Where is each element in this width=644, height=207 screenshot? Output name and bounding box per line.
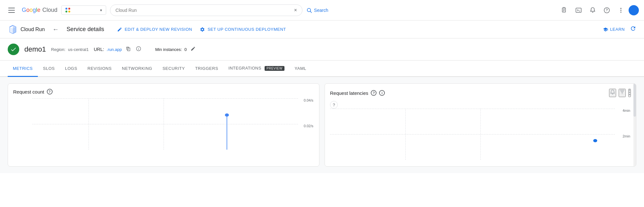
tab-integrations[interactable]: INTEGRATIONS PREVIEW (223, 61, 289, 77)
search-icon (306, 7, 312, 13)
project-selector[interactable]: ▾ (61, 5, 106, 15)
tab-slos[interactable]: SLOS (38, 61, 60, 77)
preview-badge: PREVIEW (265, 66, 284, 71)
chart-more-button[interactable] (628, 89, 631, 97)
tab-logs[interactable]: LOGS (60, 61, 82, 77)
edit-deploy-button[interactable]: EDIT & DEPLOY NEW REVISION (117, 27, 192, 32)
cloud-run-icon (8, 24, 18, 35)
continuous-deploy-button[interactable]: SET UP CONTINUOUS DEPLOYMENT (200, 27, 286, 32)
tab-yaml[interactable]: YAML (290, 61, 311, 77)
search-input[interactable] (115, 8, 292, 13)
main-content: Request count ? 0.04/s 0.02/s Request la (0, 77, 644, 173)
info-circle-icon (136, 46, 141, 51)
project-dots-icon (65, 8, 70, 12)
tab-security[interactable]: SECURITY (157, 61, 190, 77)
top-nav: Google Cloud ▾ × Search (0, 0, 644, 21)
chart-actions-latencies (609, 89, 631, 97)
latencies-help-circle[interactable]: ? (330, 101, 338, 109)
more-vert-chart-icon (629, 89, 630, 95)
service-header: demo1 Region: us-central1 URL: .run.app … (0, 38, 644, 61)
tabs-bar: METRICS SLOS LOGS REVISIONS NETWORKING S… (0, 61, 644, 77)
svg-point-22 (138, 48, 139, 48)
chart-filter-button[interactable] (619, 89, 626, 97)
settings-icon (200, 27, 205, 32)
svg-marker-15 (10, 27, 13, 34)
more-vert-icon (618, 7, 624, 13)
refresh-icon (630, 25, 636, 32)
min-instances: Min instances: 0 (155, 45, 197, 54)
copy-icon (126, 46, 131, 51)
tab-metrics[interactable]: METRICS (8, 61, 38, 77)
scrollbar-track[interactable] (633, 84, 636, 166)
cloud-run-label: Cloud Run (21, 27, 45, 32)
secondary-nav: Cloud Run ← Service details EDIT & DEPLO… (0, 21, 644, 38)
learn-icon (603, 27, 608, 32)
chart-help-icon-request-count[interactable]: ? (47, 89, 53, 95)
chart-info-icon-latencies[interactable]: i (379, 90, 385, 96)
copy-url-button[interactable] (124, 45, 132, 54)
help-icon: ? (604, 7, 610, 13)
pencil-icon (191, 46, 196, 51)
svg-rect-19 (127, 47, 129, 50)
scrollbar-thumb (633, 84, 636, 117)
search-button[interactable]: Search (306, 7, 328, 13)
svg-text:?: ? (606, 8, 608, 12)
svg-point-24 (225, 113, 229, 117)
learn-button[interactable]: LEARN (603, 27, 625, 32)
alert-bell-icon (610, 89, 615, 95)
hamburger-menu[interactable] (5, 4, 18, 17)
chart-title-request-count: Request count (13, 89, 44, 95)
action-buttons: EDIT & DEPLOY NEW REVISION SET UP CONTIN… (117, 27, 286, 32)
url-info-button[interactable] (135, 45, 142, 54)
page-title: Service details (67, 26, 104, 33)
service-status-icon (8, 44, 19, 55)
svg-point-26 (629, 92, 630, 93)
chart-header-request-count: Request count ? (13, 89, 314, 95)
service-region: Region: us-central1 (51, 47, 89, 52)
refresh-button[interactable] (630, 25, 636, 33)
url-link[interactable]: .run.app (106, 47, 122, 52)
project-chevron-icon: ▾ (100, 8, 102, 12)
nav-icons: ? (558, 4, 639, 17)
svg-point-13 (620, 12, 621, 12)
svg-line-1 (310, 11, 311, 12)
chart-svg-request-count (13, 98, 314, 150)
check-icon (10, 46, 17, 53)
svg-point-27 (629, 94, 630, 95)
google-cloud-logo[interactable]: Google Cloud (22, 7, 57, 13)
svg-point-25 (629, 89, 630, 91)
svg-point-28 (593, 139, 597, 142)
search-bar: × (110, 4, 302, 16)
request-latencies-panel: Request latencies ? i (325, 83, 636, 167)
filter-icon (619, 89, 625, 95)
tab-revisions[interactable]: REVISIONS (82, 61, 117, 77)
chart-help-icon-latencies[interactable]: ? (371, 90, 377, 96)
bell-icon (589, 7, 596, 13)
svg-rect-3 (564, 7, 564, 8)
search-clear-icon[interactable]: × (294, 7, 297, 13)
chart-area-request-latencies: 4min 2min (330, 109, 631, 160)
svg-point-11 (620, 8, 621, 9)
chart-area-request-count: 0.04/s 0.02/s (13, 98, 314, 150)
edit-min-instances-button[interactable] (189, 45, 197, 54)
service-url: URL: .run.app (94, 45, 142, 54)
cloud-run-logo: Cloud Run (8, 24, 45, 35)
chart-alert-button[interactable] (609, 89, 616, 97)
terminal-icon-btn[interactable] (572, 4, 585, 17)
more-vert-icon-btn[interactable] (614, 4, 627, 17)
bell-icon-btn[interactable] (586, 4, 599, 17)
service-name: demo1 (24, 45, 46, 54)
back-button[interactable]: ← (50, 24, 62, 35)
tab-networking[interactable]: NETWORKING (117, 61, 157, 77)
chart-header-request-latencies: Request latencies ? i (330, 89, 631, 97)
clipboard-icon-btn[interactable] (558, 4, 571, 17)
edit-icon (117, 27, 122, 32)
avatar[interactable] (629, 5, 639, 15)
chart-svg-latencies (330, 109, 631, 160)
secondary-nav-right: LEARN (603, 25, 636, 33)
request-count-panel: Request count ? 0.04/s 0.02/s (8, 83, 319, 167)
clipboard-icon (561, 7, 568, 13)
help-icon-btn[interactable]: ? (600, 4, 613, 17)
tab-triggers[interactable]: TRIGGERS (190, 61, 223, 77)
svg-point-12 (620, 10, 621, 11)
